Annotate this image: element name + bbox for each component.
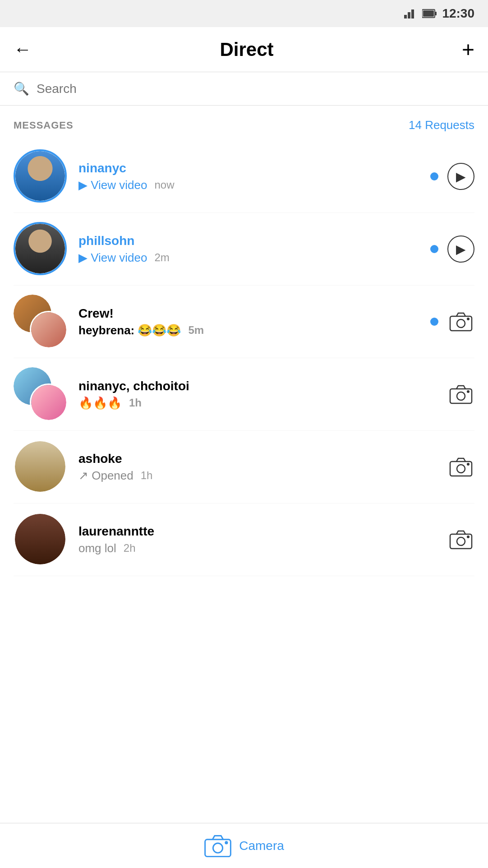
camera-bottom-icon [204, 834, 232, 858]
message-time: 2m [155, 251, 170, 264]
message-preview: ▶ View video now [78, 178, 430, 192]
status-bar: 12:30 [0, 0, 488, 27]
message-content: phillsohn ▶ View video 2m [78, 234, 430, 265]
preview-text: ▶ View video [78, 251, 147, 265]
message-actions [430, 308, 474, 335]
svg-point-20 [225, 841, 228, 844]
camera-button[interactable] [447, 453, 474, 480]
svg-marker-1 [408, 12, 410, 18]
message-content: ashoke ↗ Opened 1h [78, 452, 447, 483]
svg-point-14 [467, 463, 470, 466]
search-icon: 🔍 [14, 81, 29, 96]
message-actions [447, 526, 474, 553]
camera-button[interactable] [447, 526, 474, 553]
search-container: 🔍 [0, 72, 488, 106]
message-actions [447, 381, 474, 408]
svg-point-13 [457, 465, 465, 473]
message-time: 5m [189, 324, 204, 337]
message-preview: omg lol 2h [78, 541, 447, 555]
avatar [14, 512, 68, 567]
avatar-image [15, 514, 65, 564]
message-username: phillsohn [78, 234, 430, 248]
play-button[interactable]: ▶ [447, 235, 474, 263]
message-content: ninanyc ▶ View video now [78, 161, 430, 192]
svg-marker-2 [411, 9, 414, 18]
svg-point-8 [467, 318, 470, 320]
message-username: ninanyc [78, 161, 430, 175]
camera-icon [449, 312, 473, 332]
avatar-front [30, 311, 68, 349]
svg-point-7 [457, 319, 465, 328]
svg-marker-0 [404, 15, 407, 18]
avatar-circle [14, 149, 67, 203]
play-button[interactable]: ▶ [447, 163, 474, 190]
svg-rect-4 [435, 12, 437, 15]
status-icons: 12:30 [404, 6, 474, 21]
message-content: laurenanntte omg lol 2h [78, 524, 447, 555]
message-actions: ▶ [430, 235, 474, 263]
list-item[interactable]: ninanyc ▶ View video now ▶ [14, 140, 474, 213]
message-time: 1h [129, 397, 142, 409]
avatar-circle [14, 512, 67, 566]
camera-icon [449, 384, 473, 404]
page-title: Direct [220, 39, 273, 60]
status-time: 12:30 [442, 6, 474, 21]
unread-indicator [430, 318, 438, 326]
avatar [14, 149, 68, 203]
messages-section: MESSAGES 14 Requests ninanyc ▶ View vide… [0, 106, 488, 576]
message-preview: ↗ Opened 1h [78, 469, 447, 483]
message-username: ashoke [78, 452, 447, 466]
avatar-image [15, 224, 65, 273]
list-item[interactable]: ashoke ↗ Opened 1h [14, 431, 474, 503]
battery-icon [422, 9, 437, 18]
avatar [14, 440, 68, 494]
message-username: Crew! [78, 306, 430, 321]
back-button[interactable]: ← [14, 39, 32, 60]
signal-icon [404, 9, 417, 18]
add-button[interactable]: + [462, 39, 474, 60]
requests-link[interactable]: 14 Requests [409, 118, 474, 132]
message-preview: ▶ View video 2m [78, 251, 430, 265]
unread-indicator [430, 245, 438, 253]
message-content: Crew! heybrena: 😂😂😂 5m [78, 306, 430, 337]
avatar-circle [14, 440, 67, 493]
list-item[interactable]: phillsohn ▶ View video 2m ▶ [14, 213, 474, 286]
avatar [14, 222, 68, 276]
messages-label: MESSAGES [14, 120, 74, 131]
message-actions: ▶ [430, 163, 474, 190]
message-time: now [155, 179, 175, 191]
message-time: 2h [124, 542, 136, 554]
camera-button[interactable] [447, 381, 474, 408]
unread-indicator [430, 172, 438, 180]
svg-rect-5 [423, 10, 434, 17]
preview-text: heybrena: 😂😂😂 [78, 323, 181, 337]
avatar-group [14, 295, 68, 349]
bottom-bar: Camera [0, 823, 488, 868]
avatar-group [14, 367, 68, 421]
messages-header: MESSAGES 14 Requests [14, 106, 474, 140]
avatar-image [15, 151, 65, 201]
avatar-image [15, 441, 65, 492]
camera-nav-button[interactable]: Camera [204, 834, 284, 858]
message-content: ninanyc, chchoitoi 🔥🔥🔥 1h [78, 379, 447, 410]
list-item[interactable]: ninanyc, chchoitoi 🔥🔥🔥 1h [14, 358, 474, 431]
search-input[interactable] [37, 82, 474, 96]
svg-point-17 [467, 536, 470, 538]
message-username: laurenanntte [78, 524, 447, 539]
svg-point-16 [457, 537, 465, 545]
list-item[interactable]: laurenanntte omg lol 2h [14, 503, 474, 576]
list-item[interactable]: Crew! heybrena: 😂😂😂 5m [14, 286, 474, 358]
avatar-circle [14, 222, 67, 275]
preview-text: omg lol [78, 541, 116, 555]
preview-text: ↗ Opened [78, 469, 134, 483]
message-time: 1h [141, 469, 153, 482]
camera-nav-label: Camera [239, 839, 284, 853]
preview-text: 🔥🔥🔥 [78, 396, 122, 410]
camera-button[interactable] [447, 308, 474, 335]
svg-point-19 [213, 843, 223, 853]
message-preview: 🔥🔥🔥 1h [78, 396, 447, 410]
message-preview: heybrena: 😂😂😂 5m [78, 323, 430, 337]
svg-point-11 [467, 390, 470, 393]
message-username: ninanyc, chchoitoi [78, 379, 447, 393]
header: ← Direct + [0, 27, 488, 72]
